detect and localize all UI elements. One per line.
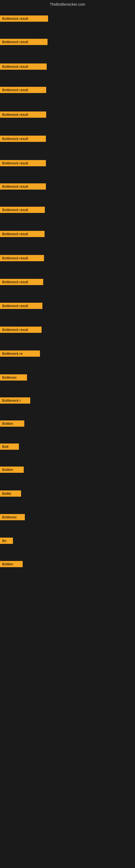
bottleneck-result-item[interactable]: Bottleneck result [0, 231, 45, 237]
bottleneck-result-item[interactable]: Bottleneck result [0, 327, 42, 333]
bottleneck-result-item[interactable]: Bottle [0, 490, 21, 497]
bottleneck-result-item[interactable]: Bottleneck result [0, 279, 43, 285]
bottleneck-result-item[interactable]: Bottleneck r [0, 397, 30, 404]
bottleneck-result-item[interactable]: Bottlenec [0, 374, 27, 380]
bottleneck-result-item[interactable]: Bottleneck result [0, 207, 45, 213]
bottleneck-result-item[interactable]: Bottleneck result [0, 255, 44, 261]
bottleneck-result-item[interactable]: Bottleneck result [0, 135, 46, 142]
bottleneck-result-item[interactable]: Bottleneck result [0, 112, 46, 118]
bottleneck-result-item[interactable]: Bo [0, 538, 13, 544]
bottleneck-result-item[interactable]: Bottleneck result [0, 183, 46, 190]
bottleneck-result-item[interactable]: Bottlenec [0, 514, 25, 520]
bottleneck-result-item[interactable]: Bottleneck result [0, 16, 48, 22]
bottleneck-result-item[interactable]: Bottlen [0, 467, 24, 473]
bottleneck-result-item[interactable]: Bott [0, 443, 19, 450]
bottleneck-result-item[interactable]: Bottleneck result [0, 87, 46, 93]
bottleneck-result-item[interactable]: Bottleneck result [0, 39, 48, 45]
bottleneck-result-item[interactable]: Bottleneck result [0, 303, 42, 309]
bottleneck-result-item[interactable]: Bottleneck re [0, 350, 40, 357]
bottleneck-result-item[interactable]: Bottlen [0, 561, 23, 567]
bottleneck-result-item[interactable]: Bottlen [0, 421, 24, 427]
bottleneck-result-item[interactable]: Bottleneck result [0, 160, 46, 166]
bottleneck-result-item[interactable]: Bottleneck result [0, 63, 47, 70]
site-title: TheBottlenecker.com [0, 0, 135, 9]
